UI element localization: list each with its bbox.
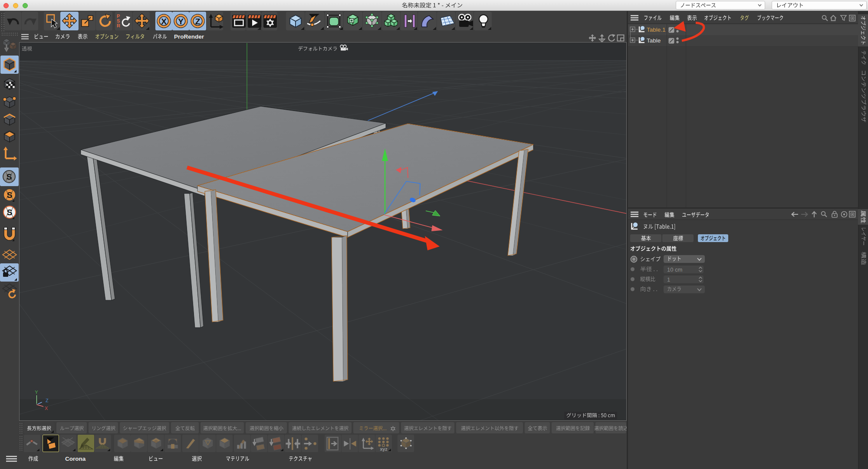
svg-text:Z: Z (46, 398, 49, 403)
svg-text:S: S (7, 190, 13, 200)
svg-text:S: S (7, 172, 12, 181)
svg-text:Z: Z (195, 17, 201, 26)
svg-text:Y: Y (178, 17, 184, 26)
svg-text:R: R (117, 23, 120, 28)
svg-text:xyz: xyz (380, 446, 387, 452)
svg-text:X: X (45, 406, 48, 411)
svg-text:Y: Y (35, 390, 38, 395)
svg-text:S: S (7, 208, 13, 217)
svg-text:X: X (161, 17, 167, 26)
